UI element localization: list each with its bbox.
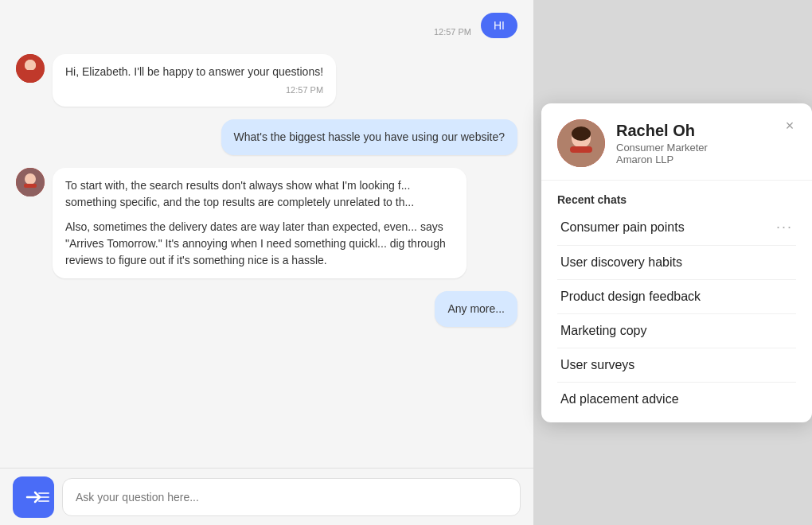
send-button[interactable] (13, 476, 54, 518)
top-hi-bubble: HI (481, 13, 517, 38)
chat-input-area (0, 468, 533, 525)
svg-point-12 (572, 126, 591, 141)
svg-point-3 (25, 60, 36, 71)
menu-lines (38, 476, 49, 518)
bubble-bot-1: Hi, Elizabeth. I'll be happy to answer y… (53, 54, 336, 107)
svg-rect-13 (570, 146, 592, 153)
message-row-bot-1: Hi, Elizabeth. I'll be happy to answer y… (16, 54, 517, 107)
message-row-bot-2: To start with, the search results don't … (16, 168, 517, 278)
close-button[interactable]: × (780, 116, 799, 135)
profile-company: Amaron LLP (616, 154, 673, 165)
bubble-text-bot-2-para1: To start with, the search results don't … (65, 177, 454, 211)
profile-header: Rachel Oh Consumer Marketer Amaron LLP × (541, 103, 812, 181)
chat-item-label-5: Ad placement advice (560, 392, 679, 406)
chat-list-item[interactable]: Product design feedback (557, 280, 796, 314)
bubble-user-1: What's the biggest hassle you have using… (221, 119, 517, 155)
svg-rect-4 (24, 70, 37, 74)
top-message-row: 12:57 PM HI (16, 13, 517, 38)
bubble-bot-2: To start with, the search results don't … (53, 168, 467, 278)
chat-list: Consumer pain points···User discovery ha… (557, 209, 796, 416)
three-dots-icon[interactable]: ··· (776, 219, 793, 235)
bot-avatar (16, 54, 45, 83)
svg-point-6 (25, 173, 36, 185)
profile-info: Rachel Oh Consumer Marketer Amaron LLP (616, 122, 796, 165)
profile-avatar (557, 119, 605, 167)
profile-panel: Rachel Oh Consumer Marketer Amaron LLP ×… (541, 103, 812, 422)
bubble-user-2: Any more... (435, 291, 517, 327)
bubble-text-bot-2-para2: Also, sometimes the delivery dates are w… (65, 219, 454, 269)
profile-name: Rachel Oh (616, 122, 796, 140)
chat-item-label-1: User discovery habits (560, 255, 682, 270)
chat-list-item[interactable]: Consumer pain points··· (557, 209, 796, 246)
top-timestamp: 12:57 PM (434, 27, 471, 37)
message-row-user-2: Any more... (16, 291, 517, 327)
menu-line-3 (38, 500, 49, 502)
bot-avatar-2 (16, 168, 45, 196)
bubble-text-user-1: What's the biggest hassle you have using… (234, 130, 505, 143)
chat-item-label-4: User surveys (560, 358, 634, 372)
bubble-timestamp-1: 12:57 PM (65, 84, 323, 97)
profile-title: Consumer Marketer Amaron LLP (616, 142, 796, 165)
chat-container: 12:57 PM HI Hi, Elizabeth. I'll be happy… (0, 0, 533, 525)
profile-job-title: Consumer Marketer (616, 142, 708, 154)
chat-list-item[interactable]: User discovery habits (557, 246, 796, 280)
send-icon (25, 488, 42, 506)
chat-item-label-2: Product design feedback (560, 290, 701, 304)
chat-item-label-0: Consumer pain points (560, 220, 685, 235)
message-row-user-1: What's the biggest hassle you have using… (16, 119, 517, 155)
chat-list-item[interactable]: Marketing copy (557, 314, 796, 348)
svg-rect-8 (24, 184, 37, 188)
chat-input[interactable] (62, 478, 521, 516)
chat-item-label-3: Marketing copy (560, 324, 647, 338)
chat-list-item[interactable]: User surveys (557, 348, 796, 383)
recent-chats-section: Recent chats Consumer pain points···User… (541, 181, 812, 422)
chat-messages: 12:57 PM HI Hi, Elizabeth. I'll be happy… (0, 0, 533, 468)
bubble-text-bot-1: Hi, Elizabeth. I'll be happy to answer y… (65, 65, 323, 78)
menu-line-2 (38, 496, 49, 498)
menu-line-1 (38, 492, 49, 494)
recent-chats-title: Recent chats (557, 193, 796, 206)
chat-list-item[interactable]: Ad placement advice (557, 383, 796, 416)
bubble-text-user-2: Any more... (447, 302, 505, 315)
